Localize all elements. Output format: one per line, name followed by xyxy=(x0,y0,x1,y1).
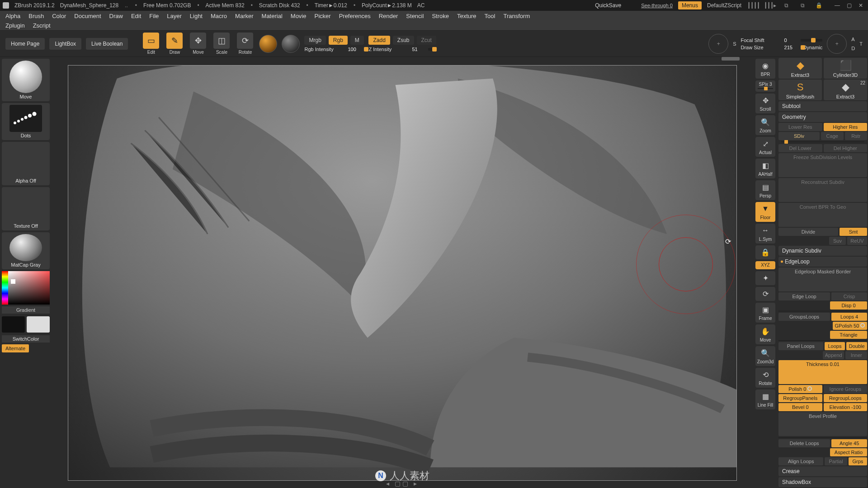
triangle-button[interactable]: Triangle xyxy=(830,331,867,339)
z-intensity-slider[interactable]: Z Intensity 51 xyxy=(368,47,436,52)
bevel-profile-button[interactable]: Bevel Profile xyxy=(778,412,867,436)
reuv-button[interactable]: ReUV xyxy=(847,237,867,245)
rail-solo[interactable]: ✦ xyxy=(755,271,775,285)
menu-texture[interactable]: Texture xyxy=(457,13,476,19)
lock-icon[interactable]: 🔒 xyxy=(815,1,823,9)
rgb-intensity-slider[interactable]: Rgb Intensity 100 xyxy=(304,47,364,52)
section-shadowbox[interactable]: ShadowBox xyxy=(778,477,867,487)
aspect-ratio-button[interactable]: Aspect Ratio xyxy=(830,448,867,456)
partial-button[interactable]: Partial xyxy=(825,457,847,465)
maximize-button[interactable]: ▢ xyxy=(844,2,854,9)
close-button[interactable]: ✕ xyxy=(856,2,865,9)
ruler-icon[interactable]: ┃┃┃┃ xyxy=(750,1,758,9)
freeze-subdiv-button[interactable]: Freeze SubDivision Levels xyxy=(778,153,867,177)
rail-transp[interactable]: ⟳ xyxy=(755,287,775,301)
regroup-loops-button[interactable]: RegroupLoops xyxy=(824,394,868,402)
menu-alpha[interactable]: Alpha xyxy=(5,13,20,19)
rail-persp[interactable]: ▤Persp xyxy=(755,180,775,200)
rail-lock[interactable]: 🔒 xyxy=(755,245,775,259)
groupsloops-button[interactable]: GroupsLoops xyxy=(778,313,830,321)
rail-zoom3d[interactable]: 🔍Zoom3d xyxy=(755,346,775,366)
float-left-icon[interactable]: ⧉ xyxy=(782,1,790,9)
append-button[interactable]: Append xyxy=(823,351,844,359)
rail-lsym[interactable]: ↔L.Sym xyxy=(755,224,775,244)
divide-button[interactable]: Divide xyxy=(778,228,838,236)
material-selector[interactable]: MatCap Gray xyxy=(2,232,50,269)
menu-edit[interactable]: Edit xyxy=(131,13,141,19)
menu-tool[interactable]: Tool xyxy=(485,13,495,19)
panel-loops-button[interactable]: Panel Loops xyxy=(778,342,823,350)
rstr-button[interactable]: Rstr xyxy=(845,132,868,140)
menus-button[interactable]: Menus xyxy=(678,1,702,9)
rail-rotate[interactable]: ⟲Rotate xyxy=(755,368,775,388)
del-lower-button[interactable]: Del Lower xyxy=(778,144,822,152)
rail-linefill[interactable]: ▦Line Fill xyxy=(755,389,775,409)
bevel-slider[interactable]: Bevel 0 xyxy=(778,403,822,411)
reconstruct-subdiv-button[interactable]: Reconstruct Subdiv xyxy=(778,178,867,202)
suv-button[interactable]: Suv xyxy=(829,237,846,245)
groups-button[interactable]: Grps xyxy=(849,457,867,465)
gradient-toggle[interactable]: Gradient xyxy=(2,306,50,314)
loops-slider[interactable]: Loops 4 xyxy=(831,313,867,321)
menu-zplugin[interactable]: Zplugin xyxy=(5,22,25,29)
menu-transform[interactable]: Transform xyxy=(503,13,530,19)
menu-document[interactable]: Document xyxy=(74,13,101,19)
double-button[interactable]: Double xyxy=(846,342,867,350)
color-picker[interactable] xyxy=(2,271,50,305)
section-dynamic-subdiv[interactable]: Dynamic Subdiv xyxy=(778,246,867,256)
mode-zcut[interactable]: Zcut xyxy=(417,36,436,45)
dynamic-toggle[interactable]: Dynamic xyxy=(803,45,823,50)
tool-draw[interactable]: ✎Draw xyxy=(165,33,184,55)
gpolish-slider[interactable]: GPolish 50 xyxy=(833,322,867,330)
menu-material[interactable]: Material xyxy=(262,13,283,19)
minimize-button[interactable]: — xyxy=(833,2,842,9)
gizmo3d-icon[interactable] xyxy=(259,35,277,53)
float-right-icon[interactable]: ⧉ xyxy=(798,1,807,9)
smt-button[interactable]: Smt xyxy=(840,228,867,236)
canvas[interactable]: ⟳ xyxy=(68,65,737,481)
see-through-slider[interactable]: See-through 0 xyxy=(641,3,673,8)
menu-movie[interactable]: Movie xyxy=(291,13,307,19)
ruler-icon2[interactable]: ┃┃┃▸ xyxy=(766,1,774,9)
main-color[interactable] xyxy=(2,316,25,333)
tool-extract3a[interactable]: ◆Extract3 xyxy=(778,58,822,79)
menu-light[interactable]: Light xyxy=(190,13,203,19)
rail-aahalf[interactable]: ◧AAHalf xyxy=(755,159,775,178)
menu-brush[interactable]: Brush xyxy=(28,13,44,19)
quicksave-button[interactable]: QuickSave xyxy=(595,2,621,9)
sculptris-icon[interactable] xyxy=(282,35,300,53)
tool-move[interactable]: ✥Move xyxy=(189,33,208,55)
sdiv-track[interactable] xyxy=(781,141,864,142)
menu-stroke[interactable]: Stroke xyxy=(432,13,449,19)
mode-zadd[interactable]: Zadd xyxy=(368,36,390,45)
tool-simplebrush[interactable]: SSimpleBrush xyxy=(778,80,822,100)
rail-move[interactable]: ✋Move xyxy=(755,324,775,344)
bottom-scroll-track[interactable]: ◂ ▢▢ ▸ xyxy=(386,480,419,487)
focal-gyro-icon[interactable] xyxy=(708,34,728,54)
higher-res-button[interactable]: Higher Res xyxy=(824,123,868,131)
del-higher-button[interactable]: Del Higher xyxy=(824,144,868,152)
elevation-slider[interactable]: Elevation -100 xyxy=(824,403,868,411)
menu-preferences[interactable]: Preferences xyxy=(339,13,371,19)
menu-stencil[interactable]: Stencil xyxy=(406,13,424,19)
rail-frame[interactable]: ▣Frame xyxy=(755,303,775,323)
align-loops-button[interactable]: Align Loops xyxy=(778,457,823,465)
ignore-groups-button[interactable]: Ignore Groups xyxy=(824,385,868,393)
menu-zscript[interactable]: Zscript xyxy=(33,22,51,29)
saturation-value-box[interactable] xyxy=(8,271,50,305)
tab-home-page[interactable]: Home Page xyxy=(5,38,45,50)
edge-loop-button[interactable]: Edge Loop xyxy=(778,292,830,300)
brush-selector[interactable]: Move xyxy=(2,59,50,101)
rail-spix[interactable]: SPix 3 xyxy=(755,80,775,92)
rail-bpr[interactable]: ◉BPR xyxy=(755,59,775,79)
tool-extract3b[interactable]: 22◆Extract3 xyxy=(824,80,867,100)
menu-macro[interactable]: Macro xyxy=(211,13,227,19)
rail-zoom[interactable]: 🔍Zoom xyxy=(755,115,775,135)
secondary-color[interactable] xyxy=(27,316,50,333)
focal-shift-slider[interactable]: Focal Shift 0 xyxy=(741,38,823,43)
alternate-button[interactable]: Alternate xyxy=(2,344,29,352)
tool-cylinder3d[interactable]: ⬛Cylinder3D xyxy=(824,58,867,79)
disp-slider[interactable]: Disp 0 xyxy=(830,301,867,310)
alpha-selector[interactable]: Alpha Off xyxy=(2,142,50,185)
horizontal-scrollbar[interactable] xyxy=(722,57,740,61)
